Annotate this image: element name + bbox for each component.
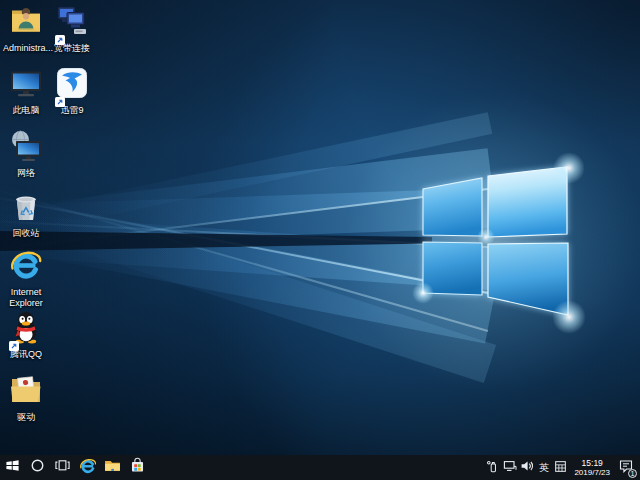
glow-spark (477, 228, 495, 246)
desktop-icon-network[interactable]: 网络 (3, 129, 49, 179)
system-tray: 英 15:19 2019/7/23 (484, 455, 640, 480)
task-view-icon (55, 458, 70, 477)
microsoft-store-taskbar-button[interactable] (125, 455, 150, 480)
volume-tray-button[interactable] (518, 455, 535, 480)
taskbar-clock[interactable]: 15:19 2019/7/23 (574, 458, 610, 478)
light-ray (0, 193, 488, 294)
ethernet-network-tray-button[interactable] (501, 455, 518, 480)
user-folder-icon (9, 24, 43, 41)
glow-spark (412, 282, 434, 304)
clock-time: 15:19 (574, 458, 610, 468)
shortcut-arrow-icon (55, 93, 65, 103)
desktop-icon-administrator[interactable]: Administra... (3, 4, 49, 54)
wallpaper-vignette (0, 0, 640, 480)
clock-date: 2019/7/23 (574, 468, 610, 478)
desktop-icon-label: Internet Explorer (3, 287, 49, 308)
usb-device-tray-button[interactable] (484, 455, 501, 480)
windows-logo (415, 160, 575, 325)
file-explorer-taskbar-button[interactable] (100, 455, 125, 480)
light-beam (0, 186, 495, 344)
thunder9-icon (55, 86, 89, 103)
broadband-connection-icon (55, 24, 89, 41)
task-view-button[interactable] (50, 455, 75, 480)
windows-logo-pane-top-left (423, 178, 482, 236)
light-ray (0, 219, 488, 248)
cortana-search-button[interactable] (25, 455, 50, 480)
ime-grid-icon (554, 459, 567, 477)
windows-logo-pane-top-right (488, 167, 567, 237)
desktop: Administra... 宽带连接 (0, 0, 640, 480)
ime-grid-tray-button[interactable] (552, 455, 569, 480)
internet-explorer-taskbar-button[interactable] (75, 455, 100, 480)
ethernet-network-icon (503, 459, 517, 477)
windows-start-icon (5, 458, 20, 477)
glow-spark (553, 152, 585, 184)
desktop-icon-label: 驱动 (3, 412, 49, 423)
windows-logo-pane-bottom-left (423, 242, 482, 295)
desktop-icon-label: 网络 (3, 168, 49, 179)
action-center-button[interactable]: 1 (615, 455, 637, 480)
taskbar: 英 15:19 2019/7/23 (0, 455, 640, 480)
recycle-bin-icon (9, 209, 43, 226)
microsoft-store-icon (129, 457, 146, 478)
shortcut-arrow-icon (9, 337, 19, 347)
light-beam (0, 148, 492, 254)
this-pc-icon (9, 86, 43, 103)
desktop-icon-driver-folder[interactable]: 驱动 (3, 373, 49, 423)
light-beam (0, 172, 496, 383)
volume-icon (520, 459, 534, 477)
windows-logo-pane-bottom-right (488, 243, 568, 315)
desktop-icon-recycle-bin[interactable]: 回收站 (3, 189, 49, 239)
desktop-icon-thunder9[interactable]: 迅雷9 (49, 66, 95, 116)
light-ray (0, 187, 488, 332)
desktop-icon-label: 回收站 (3, 228, 49, 239)
notification-badge: 1 (628, 469, 637, 478)
desktop-icon-tencent-qq[interactable]: 腾讯QQ (3, 310, 49, 360)
internet-explorer-icon (9, 268, 43, 285)
cortana-search-icon (30, 458, 45, 477)
desktop-icon-broadband-connection[interactable]: 宽带连接 (49, 4, 95, 54)
light-ray (0, 188, 488, 253)
light-beam (0, 210, 491, 290)
desktop-icon-internet-explorer[interactable]: Internet Explorer (3, 248, 49, 308)
glow-spark (552, 300, 586, 334)
ime-language-indicator[interactable]: 英 (535, 461, 552, 475)
driver-folder-icon (9, 393, 43, 410)
internet-explorer-icon (79, 457, 97, 479)
desktop-icon-label: Administra... (3, 43, 49, 54)
desktop-icon-this-pc[interactable]: 此电脑 (3, 66, 49, 116)
start-button[interactable] (0, 455, 25, 480)
shortcut-arrow-icon (55, 31, 65, 41)
logo-divider-shadow (0, 231, 432, 251)
desktop-icon-label: 此电脑 (3, 105, 49, 116)
network-icon (9, 149, 43, 166)
usb-device-icon (486, 459, 499, 477)
light-beam (0, 112, 492, 246)
file-explorer-icon (104, 457, 121, 478)
light-beam (0, 188, 491, 247)
tencent-qq-icon (9, 330, 43, 347)
